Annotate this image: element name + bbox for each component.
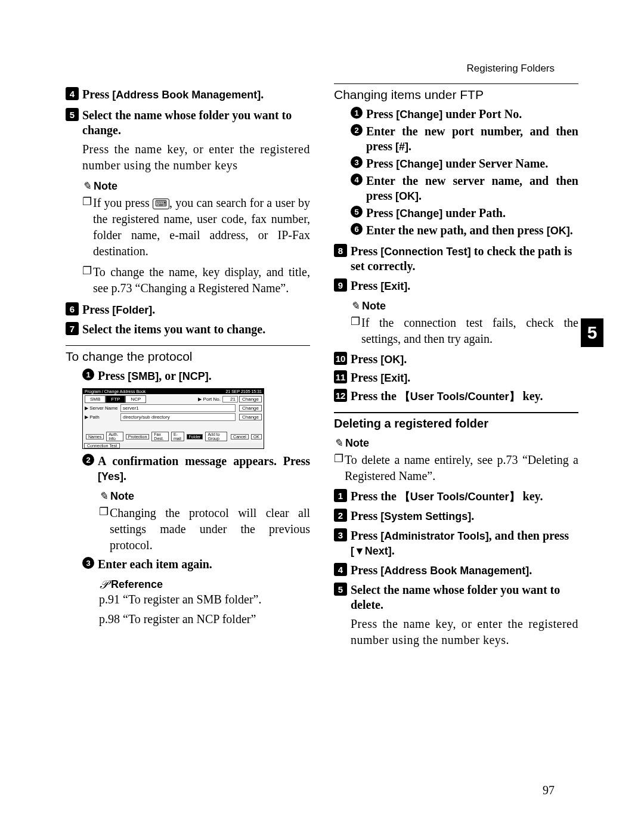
d1-post: key. (520, 490, 543, 503)
key-icon: ⌨ (153, 199, 169, 209)
step-7-title: Select the items you want to change. (82, 322, 310, 337)
s8-pre: Press (351, 244, 380, 258)
f5-post: under Path. (442, 206, 506, 219)
sub2-btn: [Yes] (98, 470, 123, 482)
square-bullet-icon: ❐ (351, 315, 361, 329)
substep-2-badge: 2 (82, 454, 94, 466)
del-step-3-badge: 3 (334, 528, 347, 541)
s11-pre: Press (351, 371, 380, 384)
ss-bottom-cancel[interactable]: Cancel (231, 434, 249, 439)
pencil-icon: ✎ (351, 299, 360, 312)
s12-pre: Press the (351, 389, 400, 402)
s10-btn: [OK] (380, 354, 404, 366)
del-step-4-badge: 4 (334, 563, 347, 576)
ss-path-value: directory/sub directory (120, 413, 236, 421)
d3-btn: [Administrator Tools] (380, 530, 489, 542)
ss-bottom-folder[interactable]: Folder (187, 434, 203, 439)
f3-post: under Server Name. (442, 157, 548, 170)
f2-btn: [#] (395, 141, 408, 153)
step-6-pre: Press (82, 303, 112, 316)
ss-tab-ftp[interactable]: FTP (106, 395, 125, 403)
s9-btn: [Exit] (380, 280, 407, 292)
sub1-btn: [SMB] (128, 370, 159, 382)
s10-pre: Press (351, 352, 380, 366)
sub1-mid: , or (159, 369, 179, 382)
ftp-substep-2: 2 (351, 124, 363, 136)
f5-pre: Press (366, 206, 396, 219)
sub1-post: . (209, 369, 212, 382)
note-label: Note (94, 180, 117, 193)
ss-bottom-addgroup[interactable]: Add to Group (205, 432, 227, 441)
ss-port-change[interactable]: Change (239, 396, 262, 402)
pencil-icon: ✎ (82, 179, 91, 193)
ftp-substep-3: 3 (351, 156, 363, 168)
d3-pre: Press (351, 529, 380, 542)
d5-body: Press the name key, or enter the registe… (351, 616, 578, 648)
s11-post: . (407, 371, 410, 384)
d2-post: . (471, 509, 474, 522)
f1-pre: Press (366, 107, 396, 120)
page-header: Registering Folders (467, 63, 555, 75)
substep-1-badge: 1 (82, 368, 94, 380)
f3-pre: Press (366, 157, 396, 170)
step-11-badge: 11 (334, 370, 347, 383)
step-4-button: [Address Book Management] (112, 89, 261, 101)
sub1-btn2: [NCP] (179, 370, 209, 382)
note1-bullet1: If you press ⌨, you can search for a use… (93, 195, 310, 259)
ss-bottom-email[interactable]: E-mail (171, 432, 184, 441)
protocol-note: Changing the protocol will clear all set… (110, 505, 310, 553)
reference-2: p.98 “To register an NCP folder” (99, 611, 310, 627)
step-10-badge: 10 (334, 352, 347, 365)
down-arrow-icon: ▼ (354, 545, 365, 557)
d4-post: . (529, 563, 532, 577)
ss-tab-ncp[interactable]: NCP (125, 395, 146, 403)
sub3-text: Enter each item again. (98, 557, 310, 572)
ss-path-change[interactable]: Change (239, 414, 262, 420)
step-6-badge: 6 (66, 302, 79, 315)
note-label: Note (345, 437, 369, 450)
f6-text: Enter the new path, and then press (366, 224, 547, 237)
ss-title-right: 21 SEP 2105 15:31 (225, 389, 262, 394)
ss-title-left: Program / Change Address Book (85, 389, 145, 394)
s11-btn: [Exit] (380, 372, 407, 384)
f1-btn: [Change] (396, 109, 442, 120)
step-7-badge: 7 (66, 322, 79, 335)
ss-bottom-names[interactable]: Names (86, 434, 104, 439)
pencil-icon: ✎ (334, 436, 343, 450)
ss-server-change[interactable]: Change (239, 405, 262, 411)
f6-post: . (570, 224, 573, 237)
step-4-badge: 4 (66, 87, 79, 100)
sub2-text: A confirmation message appears. Press (98, 454, 310, 467)
ss-bottom-auth[interactable]: Auth. Info (106, 432, 123, 441)
ss-port-value: 21 (222, 396, 238, 402)
ss-tab-smb[interactable]: SMB (85, 395, 106, 403)
d2-pre: Press (351, 509, 380, 522)
d4-btn: [Address Book Management] (380, 565, 529, 577)
note1-bullet2: To change the name, key display, and tit… (93, 264, 310, 296)
f1-post: under Port No. (442, 107, 522, 120)
s12-key: 【User Tools/Counter】 (400, 391, 520, 402)
f6-btn: [OK] (547, 225, 570, 237)
step-5-body: Press the name key, or enter the registe… (82, 141, 310, 174)
s9-pre: Press (351, 279, 380, 292)
ss-bottom-fax[interactable]: Fax Dest. (151, 432, 169, 441)
square-bullet-icon: ❐ (82, 195, 93, 209)
ftp-substep-5: 5 (351, 206, 363, 218)
step-9-badge: 9 (334, 278, 347, 292)
ss-bottom-ok[interactable]: OK (251, 434, 262, 439)
ss-bottom-protection[interactable]: Protection (126, 434, 150, 439)
d5-title: Select the name whose folder you want to… (351, 583, 578, 612)
note2-text: If the connection test fails, check the … (361, 315, 578, 347)
note-label: Note (110, 490, 134, 503)
step-6-post: . (152, 303, 155, 316)
step-12-badge: 12 (334, 389, 347, 402)
substep-3-badge: 3 (82, 557, 94, 569)
ss-server-label: ▶ Server Name (85, 405, 120, 411)
step-5-title: Select the name whose folder you want to… (82, 108, 310, 138)
d3-mid: , and then press (489, 529, 569, 542)
s8-btn: [Connection Test] (380, 246, 471, 258)
step-8-badge: 8 (334, 244, 347, 257)
f5-btn: [Change] (396, 208, 442, 219)
reference-1: p.91 “To register an SMB folder”. (99, 592, 310, 608)
ss-connection-test[interactable]: Connection Test (84, 443, 120, 448)
